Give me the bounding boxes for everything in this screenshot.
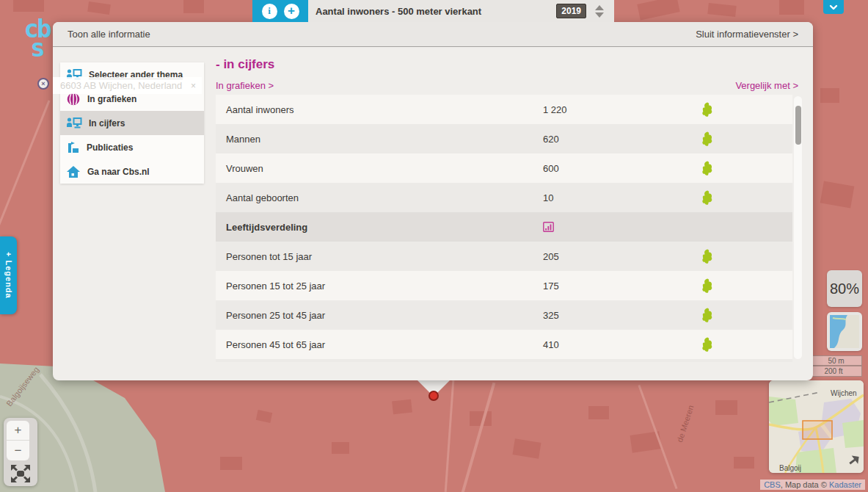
search-input-value: 6603 AB Wijchen, Nederland: [53, 80, 191, 91]
cbs-logo: cb s: [19, 19, 54, 57]
row-label: Aantal inwoners: [216, 104, 294, 115]
map-road: [459, 383, 496, 492]
statistics-table: Aantal inwoners 1 220 Mannen 620 Vrouwen…: [216, 95, 792, 362]
zoom-percent-button[interactable]: 80%: [827, 270, 862, 307]
page-title: - in cijfers: [216, 57, 274, 72]
map-building: [820, 181, 855, 209]
netherlands-map-icon[interactable]: [701, 336, 715, 353]
map-selected-marker[interactable]: [428, 391, 439, 401]
panel-header: Toon alle informatie Sluit informatieven…: [53, 22, 813, 47]
info-icon[interactable]: i: [262, 4, 277, 19]
add-icon[interactable]: +: [284, 4, 299, 19]
chevron-down-icon: [829, 4, 838, 10]
legend-tab[interactable]: + Legenda: [0, 236, 17, 314]
map-building: [220, 457, 242, 470]
netherlands-map-icon[interactable]: [701, 131, 715, 148]
row-value: 620: [543, 134, 559, 145]
close-info-panel-link[interactable]: Sluit informatievenster >: [696, 29, 798, 40]
map-remove-marker[interactable]: ×: [37, 78, 49, 90]
row-label: Personen 25 tot 45 jaar: [216, 310, 325, 321]
map-building: [707, 3, 736, 17]
map-building: [256, 410, 272, 423]
map-building: [392, 399, 412, 415]
next-row-sliver: [216, 359, 792, 362]
map-controls: + −: [4, 418, 37, 486]
overview-map[interactable]: Wijchen Balgoij: [769, 380, 864, 473]
show-all-info-link[interactable]: Toon alle informatie: [68, 29, 150, 40]
topbar: Aantal inwoners - 500 meter vierkant 201…: [308, 0, 614, 22]
minimap-toggle-button[interactable]: [827, 312, 862, 351]
overview-town-label: Wijchen: [831, 389, 857, 397]
sidebar-item-label: In cijfers: [89, 118, 125, 129]
full-extent-button[interactable]: [10, 464, 31, 483]
row-value: 1 220: [543, 104, 567, 115]
topbar-title: Aantal inwoners - 500 meter vierkant: [316, 6, 556, 17]
map-building: [734, 457, 754, 469]
legend-tab-label: + Legenda: [4, 252, 13, 299]
map-building: [715, 400, 737, 415]
sidebar-item-label: In grafieken: [87, 94, 136, 104]
map-building: [87, 1, 111, 15]
topbar-icon-group: i +: [252, 0, 308, 22]
zoom-in-button[interactable]: +: [7, 421, 29, 441]
attribution-text: , Map data ©: [781, 480, 829, 489]
scale-bar-metric: 50 m: [810, 355, 862, 366]
search-input-overlay[interactable]: 6603 AB Wijchen, Nederland ×: [53, 77, 202, 94]
zoom-control: + −: [7, 421, 29, 460]
topbar-collapse-button[interactable]: [823, 0, 844, 14]
row-label: Mannen: [216, 134, 260, 145]
row-label: Aantal geboorten: [216, 192, 299, 203]
scrollbar[interactable]: [794, 96, 802, 359]
sidebar-item-publicaties[interactable]: Publicaties: [60, 135, 204, 159]
bar-chart-icon[interactable]: [543, 222, 554, 232]
table-row: Personen 15 tot 25 jaar 175: [216, 271, 792, 300]
in-grafieken-link[interactable]: In grafieken >: [216, 80, 274, 91]
sidebar-item-label: Publicaties: [87, 142, 133, 153]
table-row: Personen 45 tot 65 jaar 410: [216, 330, 792, 359]
kadaster-attribution-link[interactable]: Kadaster: [829, 480, 861, 489]
netherlands-map-icon[interactable]: [701, 101, 715, 118]
year-stepper[interactable]: [595, 5, 604, 18]
map-building: [588, 406, 609, 419]
year-badge: 2019: [556, 4, 586, 18]
app-screen: Balgoijseweg de Meeren cb s × i + Aantal…: [0, 0, 868, 492]
clear-search-icon[interactable]: ×: [191, 81, 202, 91]
map-building: [637, 0, 679, 20]
house-icon: [66, 165, 81, 178]
x-icon: ×: [41, 80, 45, 87]
sidebar-item-ga-naar-cbs[interactable]: Ga naar Cbs.nl: [60, 159, 204, 184]
map-building: [13, 0, 44, 12]
netherlands-thumbnail-icon: [830, 315, 859, 348]
factory-icon: [66, 141, 80, 154]
zoom-out-button[interactable]: −: [7, 441, 29, 460]
table-row: Vrouwen 600: [216, 153, 792, 183]
table-row: Personen tot 15 jaar 205: [216, 242, 792, 271]
netherlands-map-icon[interactable]: [701, 278, 715, 294]
netherlands-map-icon[interactable]: [701, 248, 715, 265]
spinner-down-icon[interactable]: [595, 12, 604, 18]
map-building: [513, 438, 541, 458]
person-desk-icon: [66, 117, 82, 129]
sidebar-item-label: Ga naar Cbs.nl: [87, 167, 150, 177]
row-label: Personen 15 tot 25 jaar: [216, 281, 325, 292]
row-value: 410: [543, 339, 559, 350]
scale-bar-imperial: 200 ft: [805, 366, 862, 377]
scrollbar-thumb[interactable]: [795, 106, 801, 145]
spinner-up-icon[interactable]: [595, 5, 604, 10]
row-label: Vrouwen: [216, 163, 263, 174]
cbs-attribution-link[interactable]: CBS: [764, 480, 781, 489]
table-row: Aantal geboorten 10: [216, 183, 792, 212]
map-attribution: CBS, Map data © Kadaster: [760, 480, 865, 490]
info-panel: Toon alle informatie Sluit informatieven…: [53, 22, 813, 380]
sidebar-item-in-cijfers[interactable]: In cijfers: [60, 111, 204, 135]
vergelijk-met-link[interactable]: Vergelijk met >: [735, 80, 798, 91]
row-label: Personen tot 15 jaar: [216, 251, 312, 262]
map-building: [820, 88, 839, 103]
netherlands-map-icon[interactable]: [701, 307, 715, 324]
netherlands-map-icon[interactable]: [701, 189, 715, 206]
netherlands-map-icon[interactable]: [701, 160, 715, 177]
table-section-row: Leeftijdsverdeling: [216, 212, 792, 242]
row-label: Personen 45 tot 65 jaar: [216, 339, 325, 350]
table-row: Aantal inwoners 1 220: [216, 95, 792, 124]
street-label: de Meeren: [675, 404, 696, 444]
